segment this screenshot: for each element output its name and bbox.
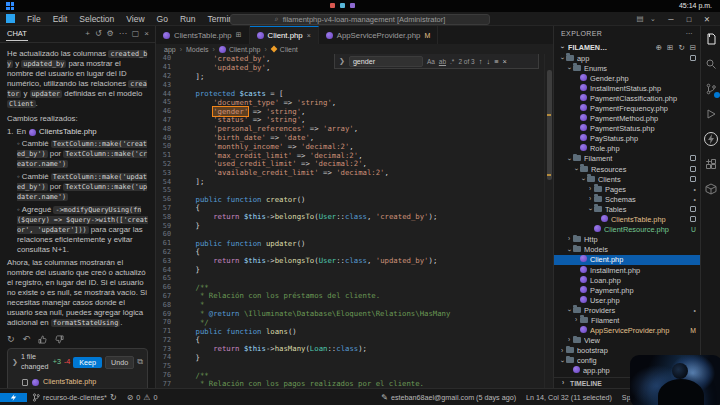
tree-file-paystatus-php[interactable]: PayStatus.php bbox=[554, 134, 700, 144]
chat-file-link[interactable]: ClientsTable.php bbox=[39, 127, 97, 137]
breadcrumb-item[interactable]: Models bbox=[186, 46, 209, 53]
menu-file[interactable]: File bbox=[22, 13, 46, 25]
tree-file-installment-php[interactable]: Installment.php bbox=[554, 265, 700, 275]
menu-view[interactable]: View bbox=[121, 13, 149, 25]
scrollbar-thumb[interactable] bbox=[547, 70, 552, 180]
taskbar-pinned-icons[interactable] bbox=[330, 3, 355, 8]
tree-file-installmentstatus-php[interactable]: InstallmentStatus.php bbox=[554, 83, 700, 93]
close-window-button[interactable]: ✕ bbox=[698, 12, 716, 26]
container-icon[interactable] bbox=[704, 182, 718, 196]
breadcrumb-item[interactable]: Client.php bbox=[219, 46, 261, 53]
taskbar-pinned-icon[interactable] bbox=[340, 3, 345, 8]
tree-file-clientresource-php[interactable]: ClientResource.phpU bbox=[554, 225, 700, 235]
prev-match-icon[interactable]: ↑ bbox=[479, 57, 483, 66]
tree-file-clientstable-php[interactable]: ClientsTable.php bbox=[554, 215, 700, 225]
extensions-icon[interactable] bbox=[704, 157, 718, 171]
tree-folder-schemas[interactable]: ›Schemas• bbox=[554, 194, 700, 204]
keep-button[interactable]: Keep bbox=[73, 357, 102, 368]
toggle-panel-icon[interactable]: ▤ bbox=[637, 14, 644, 23]
close-find-icon[interactable]: × bbox=[503, 57, 507, 66]
whole-word-toggle[interactable]: ab bbox=[439, 58, 446, 65]
thunder-icon[interactable] bbox=[704, 132, 718, 146]
tree-file-paymentstatus-php[interactable]: PaymentStatus.php bbox=[554, 124, 700, 134]
thumbs-down-icon[interactable] bbox=[55, 335, 64, 344]
regenerate-icon[interactable]: ↻ bbox=[7, 335, 15, 344]
editor-scrollbar[interactable] bbox=[544, 54, 553, 388]
new-folder-icon[interactable]: ⊞ bbox=[664, 43, 673, 52]
tab-appserviceprovider-php[interactable]: AppServiceProvider.phpM bbox=[319, 26, 439, 44]
tree-file-user-php[interactable]: User.php bbox=[554, 295, 700, 305]
layout-chevron-icon[interactable]: ⌄ bbox=[650, 14, 656, 23]
collapse-all-icon[interactable]: ⊟ bbox=[687, 43, 696, 52]
search-icon[interactable] bbox=[704, 57, 718, 71]
close-tab-icon[interactable]: × bbox=[307, 32, 311, 39]
new-chat-icon[interactable]: + bbox=[85, 30, 90, 38]
expand-icon[interactable]: ❯ bbox=[12, 357, 18, 367]
regex-toggle[interactable]: .* bbox=[450, 58, 454, 65]
menu-selection[interactable]: Selection bbox=[74, 13, 119, 25]
tree-folder-app[interactable]: ›app bbox=[554, 53, 700, 63]
minimize-button[interactable]: ─ bbox=[662, 12, 680, 26]
git-branch-status[interactable]: recurso-de-clientes* ↻ bbox=[27, 393, 122, 402]
thumbs-up-icon[interactable] bbox=[38, 335, 47, 344]
breadcrumb-item[interactable]: app bbox=[164, 46, 176, 53]
tree-folder-resources[interactable]: ›Resources bbox=[554, 164, 700, 174]
menu-go[interactable]: Go bbox=[152, 13, 173, 25]
changed-file-row[interactable]: ClientsTable.php bbox=[8, 375, 147, 388]
open-editors-icon[interactable]: ▢ bbox=[132, 30, 140, 38]
taskbar-pinned-icon[interactable] bbox=[350, 3, 355, 8]
tree-folder-clients[interactable]: ›Clients bbox=[554, 174, 700, 184]
tree-folder-filament[interactable]: ›Filament bbox=[554, 154, 700, 164]
tree-folder-providers[interactable]: ›Providers• bbox=[554, 305, 700, 315]
tree-folder-view[interactable]: ›View bbox=[554, 336, 700, 346]
explorer-icon[interactable] bbox=[704, 32, 718, 46]
find-input[interactable]: gender bbox=[349, 56, 423, 67]
run-debug-icon[interactable] bbox=[704, 107, 718, 121]
remote-indicator[interactable] bbox=[0, 393, 27, 402]
tab-clientstable-php[interactable]: ClientsTable.php⊞ bbox=[156, 26, 250, 44]
code-editor[interactable]: 40 'created_by',41 'updated_by',42 ];434… bbox=[156, 54, 553, 388]
tree-file-gender-php[interactable]: Gender.php bbox=[554, 73, 700, 83]
split-editor-icon[interactable]: ⊞ bbox=[236, 31, 242, 39]
new-file-icon[interactable]: ⊕ bbox=[653, 43, 662, 52]
windows-logo-icon[interactable] bbox=[6, 2, 14, 10]
undo-icon[interactable]: ↶ bbox=[23, 335, 31, 344]
explorer-root-folder[interactable]: › FILAMENTPHP-V4-LOAN-MAN... ⊕ ⊞ ↻ ⊟ bbox=[554, 41, 700, 53]
tree-file-appserviceprovider-php[interactable]: AppServiceProvider.phpM bbox=[554, 326, 700, 336]
tree-file-role-php[interactable]: Role.php bbox=[554, 144, 700, 154]
find-expand-icon[interactable]: ❯ bbox=[339, 57, 345, 65]
menu-run[interactable]: Run bbox=[175, 13, 201, 25]
tree-folder-enums[interactable]: ›Enums bbox=[554, 63, 700, 73]
menu-edit[interactable]: Edit bbox=[48, 13, 73, 25]
maximize-button[interactable]: □ bbox=[680, 12, 698, 26]
more-icon[interactable]: ⋯ bbox=[119, 30, 127, 38]
refresh-icon[interactable]: ↻ bbox=[675, 43, 684, 52]
tree-folder-pages[interactable]: ›Pages• bbox=[554, 184, 700, 194]
cursor-position-status[interactable]: Ln 14, Col 32 (11 selected) bbox=[521, 393, 617, 402]
taskbar-pinned-icon[interactable] bbox=[330, 3, 335, 8]
tree-file-payment-php[interactable]: Payment.php bbox=[554, 285, 700, 295]
tree-file-paymentmethod-php[interactable]: PaymentMethod.php bbox=[554, 114, 700, 124]
source-control-icon[interactable] bbox=[704, 82, 718, 96]
problems-status[interactable]: ⊘ 0 ⚠ 0 bbox=[122, 393, 163, 402]
tree-file-loan-php[interactable]: Loan.php bbox=[554, 275, 700, 285]
tree-folder-models[interactable]: ›Models bbox=[554, 245, 700, 255]
match-case-toggle[interactable]: Aa bbox=[427, 58, 435, 65]
tree-folder-tables[interactable]: ›Tables bbox=[554, 204, 700, 214]
command-center-search[interactable]: ⌕ filamentphp-v4-loan-management [Admini… bbox=[230, 14, 490, 25]
tree-file-paymentfrequency-php[interactable]: PaymentFrequency.php bbox=[554, 103, 700, 113]
close-panel-icon[interactable]: × bbox=[144, 30, 149, 38]
tab-chat[interactable]: CHAT bbox=[6, 27, 28, 41]
next-match-icon[interactable]: ↓ bbox=[486, 57, 490, 66]
tree-file-paymentclassification-php[interactable]: PaymentClassification.php bbox=[554, 93, 700, 103]
breadcrumb-item[interactable]: Client bbox=[271, 46, 298, 53]
find-in-selection-icon[interactable]: ≡ bbox=[494, 57, 498, 66]
tree-folder-filament[interactable]: ›Filament bbox=[554, 315, 700, 325]
git-blame-status[interactable]: ✎ esteban68ael@gmail.com (5 days ago) bbox=[376, 393, 521, 402]
more-icon[interactable]: ⋯ bbox=[686, 30, 693, 38]
tree-file-client-php[interactable]: Client.php bbox=[554, 255, 700, 265]
settings-icon[interactable]: ⚙ bbox=[107, 30, 114, 38]
tree-folder-http[interactable]: ›Http bbox=[554, 235, 700, 245]
undo-button[interactable]: Undo bbox=[105, 356, 134, 369]
edit-session-icon[interactable]: ⧉ bbox=[137, 357, 143, 367]
